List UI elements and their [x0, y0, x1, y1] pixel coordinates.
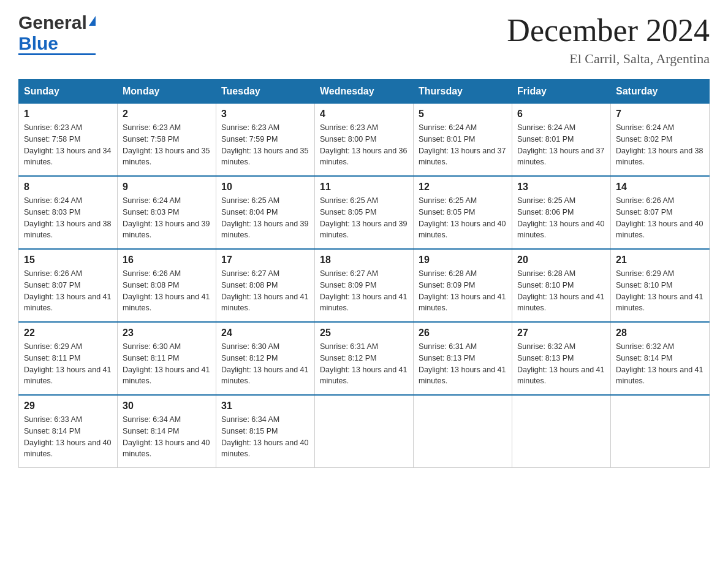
day-number: 7 — [616, 109, 704, 120]
table-row — [611, 395, 710, 468]
calendar-week-row: 1 Sunrise: 6:23 AM Sunset: 7:58 PM Dayli… — [19, 104, 710, 177]
day-info: Sunrise: 6:27 AM Sunset: 8:09 PM Dayligh… — [320, 268, 408, 314]
day-info: Sunrise: 6:26 AM Sunset: 8:07 PM Dayligh… — [616, 195, 704, 241]
day-number: 13 — [517, 182, 605, 193]
table-row: 8 Sunrise: 6:24 AM Sunset: 8:03 PM Dayli… — [19, 176, 118, 249]
day-number: 6 — [517, 109, 605, 120]
table-row: 19 Sunrise: 6:28 AM Sunset: 8:09 PM Dayl… — [414, 249, 512, 322]
day-info: Sunrise: 6:30 AM Sunset: 8:11 PM Dayligh… — [123, 341, 211, 387]
table-row: 14 Sunrise: 6:26 AM Sunset: 8:07 PM Dayl… — [611, 176, 710, 249]
calendar-table: Sunday Monday Tuesday Wednesday Thursday… — [18, 79, 710, 468]
day-info: Sunrise: 6:28 AM Sunset: 8:10 PM Dayligh… — [517, 268, 605, 314]
day-info: Sunrise: 6:24 AM Sunset: 8:02 PM Dayligh… — [616, 122, 704, 168]
day-number: 22 — [24, 327, 112, 339]
location-title: El Carril, Salta, Argentina — [507, 51, 710, 67]
day-number: 3 — [221, 109, 309, 120]
day-number: 14 — [616, 182, 704, 193]
day-info: Sunrise: 6:25 AM Sunset: 8:04 PM Dayligh… — [221, 195, 309, 241]
day-info: Sunrise: 6:28 AM Sunset: 8:09 PM Dayligh… — [419, 268, 507, 314]
day-info: Sunrise: 6:25 AM Sunset: 8:06 PM Dayligh… — [517, 195, 605, 241]
day-number: 8 — [24, 182, 112, 193]
day-info: Sunrise: 6:34 AM Sunset: 8:15 PM Dayligh… — [221, 414, 309, 460]
day-info: Sunrise: 6:23 AM Sunset: 7:58 PM Dayligh… — [123, 122, 211, 168]
table-row: 31 Sunrise: 6:34 AM Sunset: 8:15 PM Dayl… — [216, 395, 315, 468]
table-row: 11 Sunrise: 6:25 AM Sunset: 8:05 PM Dayl… — [315, 176, 414, 249]
table-row: 20 Sunrise: 6:28 AM Sunset: 8:10 PM Dayl… — [512, 249, 611, 322]
table-row: 17 Sunrise: 6:27 AM Sunset: 8:08 PM Dayl… — [216, 249, 315, 322]
day-number: 24 — [221, 327, 309, 339]
day-number: 12 — [419, 182, 507, 193]
table-row: 1 Sunrise: 6:23 AM Sunset: 7:58 PM Dayli… — [19, 104, 118, 177]
col-saturday: Saturday — [611, 80, 710, 104]
col-tuesday: Tuesday — [216, 80, 315, 104]
day-number: 25 — [320, 327, 408, 339]
day-info: Sunrise: 6:26 AM Sunset: 8:07 PM Dayligh… — [24, 268, 112, 314]
day-info: Sunrise: 6:30 AM Sunset: 8:12 PM Dayligh… — [221, 341, 309, 387]
day-info: Sunrise: 6:32 AM Sunset: 8:13 PM Dayligh… — [517, 341, 605, 387]
title-block: December 2024 El Carril, Salta, Argentin… — [507, 12, 710, 67]
table-row: 16 Sunrise: 6:26 AM Sunset: 8:08 PM Dayl… — [118, 249, 216, 322]
day-info: Sunrise: 6:24 AM Sunset: 8:03 PM Dayligh… — [24, 195, 112, 241]
day-info: Sunrise: 6:24 AM Sunset: 8:03 PM Dayligh… — [123, 195, 211, 241]
table-row: 22 Sunrise: 6:29 AM Sunset: 8:11 PM Dayl… — [19, 322, 118, 395]
day-info: Sunrise: 6:24 AM Sunset: 8:01 PM Dayligh… — [517, 122, 605, 168]
table-row: 27 Sunrise: 6:32 AM Sunset: 8:13 PM Dayl… — [512, 322, 611, 395]
day-number: 1 — [24, 109, 112, 120]
col-wednesday: Wednesday — [315, 80, 414, 104]
day-info: Sunrise: 6:23 AM Sunset: 8:00 PM Dayligh… — [320, 122, 408, 168]
table-row: 9 Sunrise: 6:24 AM Sunset: 8:03 PM Dayli… — [118, 176, 216, 249]
day-number: 16 — [123, 255, 211, 266]
calendar-week-row: 29 Sunrise: 6:33 AM Sunset: 8:14 PM Dayl… — [19, 395, 710, 468]
day-info: Sunrise: 6:32 AM Sunset: 8:14 PM Dayligh… — [616, 341, 704, 387]
logo-general: General — [18, 12, 96, 33]
table-row: 3 Sunrise: 6:23 AM Sunset: 7:59 PM Dayli… — [216, 104, 315, 177]
table-row: 21 Sunrise: 6:29 AM Sunset: 8:10 PM Dayl… — [611, 249, 710, 322]
day-info: Sunrise: 6:26 AM Sunset: 8:08 PM Dayligh… — [123, 268, 211, 314]
day-info: Sunrise: 6:27 AM Sunset: 8:08 PM Dayligh… — [221, 268, 309, 314]
logo-blue: Blue — [18, 33, 96, 55]
day-number: 15 — [24, 255, 112, 266]
day-number: 28 — [616, 327, 704, 339]
header-row: Sunday Monday Tuesday Wednesday Thursday… — [19, 80, 710, 104]
table-row: 6 Sunrise: 6:24 AM Sunset: 8:01 PM Dayli… — [512, 104, 611, 177]
month-title: December 2024 — [507, 12, 710, 48]
day-number: 17 — [221, 255, 309, 266]
day-number: 11 — [320, 182, 408, 193]
day-info: Sunrise: 6:23 AM Sunset: 7:58 PM Dayligh… — [24, 122, 112, 168]
day-number: 21 — [616, 255, 704, 266]
table-row: 30 Sunrise: 6:34 AM Sunset: 8:14 PM Dayl… — [118, 395, 216, 468]
col-sunday: Sunday — [19, 80, 118, 104]
day-info: Sunrise: 6:25 AM Sunset: 8:05 PM Dayligh… — [320, 195, 408, 241]
calendar-week-row: 15 Sunrise: 6:26 AM Sunset: 8:07 PM Dayl… — [19, 249, 710, 322]
day-info: Sunrise: 6:29 AM Sunset: 8:10 PM Dayligh… — [616, 268, 704, 314]
day-info: Sunrise: 6:31 AM Sunset: 8:13 PM Dayligh… — [419, 341, 507, 387]
day-number: 23 — [123, 327, 211, 339]
day-number: 26 — [419, 327, 507, 339]
table-row — [512, 395, 611, 468]
table-row — [315, 395, 414, 468]
day-info: Sunrise: 6:25 AM Sunset: 8:05 PM Dayligh… — [419, 195, 507, 241]
day-number: 31 — [221, 400, 309, 412]
day-info: Sunrise: 6:24 AM Sunset: 8:01 PM Dayligh… — [419, 122, 507, 168]
day-info: Sunrise: 6:29 AM Sunset: 8:11 PM Dayligh… — [24, 341, 112, 387]
logo: General Blue — [18, 12, 96, 55]
table-row: 28 Sunrise: 6:32 AM Sunset: 8:14 PM Dayl… — [611, 322, 710, 395]
table-row: 7 Sunrise: 6:24 AM Sunset: 8:02 PM Dayli… — [611, 104, 710, 177]
table-row: 13 Sunrise: 6:25 AM Sunset: 8:06 PM Dayl… — [512, 176, 611, 249]
day-number: 19 — [419, 255, 507, 266]
calendar-week-row: 8 Sunrise: 6:24 AM Sunset: 8:03 PM Dayli… — [19, 176, 710, 249]
day-number: 18 — [320, 255, 408, 266]
day-number: 5 — [419, 109, 507, 120]
day-info: Sunrise: 6:31 AM Sunset: 8:12 PM Dayligh… — [320, 341, 408, 387]
day-number: 20 — [517, 255, 605, 266]
page-header: General Blue December 2024 El Carril, Sa… — [18, 12, 710, 67]
table-row: 2 Sunrise: 6:23 AM Sunset: 7:58 PM Dayli… — [118, 104, 216, 177]
day-number: 29 — [24, 400, 112, 412]
table-row: 23 Sunrise: 6:30 AM Sunset: 8:11 PM Dayl… — [118, 322, 216, 395]
table-row: 12 Sunrise: 6:25 AM Sunset: 8:05 PM Dayl… — [414, 176, 512, 249]
day-number: 9 — [123, 182, 211, 193]
day-number: 4 — [320, 109, 408, 120]
col-friday: Friday — [512, 80, 611, 104]
col-monday: Monday — [118, 80, 216, 104]
table-row: 25 Sunrise: 6:31 AM Sunset: 8:12 PM Dayl… — [315, 322, 414, 395]
